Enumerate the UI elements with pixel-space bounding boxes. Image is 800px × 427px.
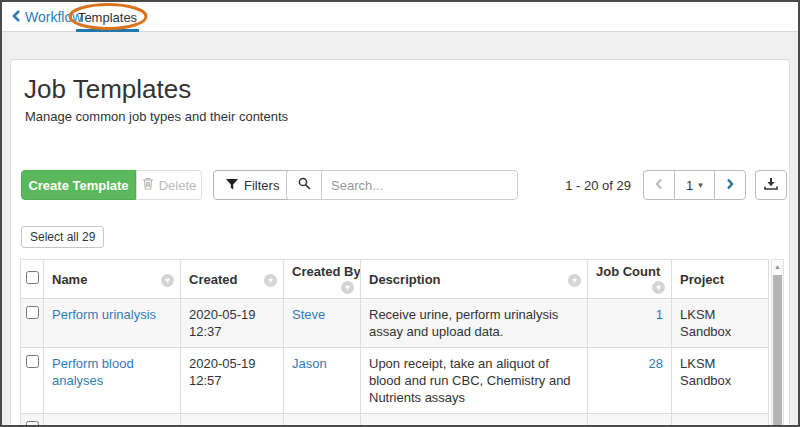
column-header-name[interactable]: Name▾	[44, 260, 181, 299]
column-label: Project	[680, 272, 724, 287]
back-link-workflow[interactable]: Workflow	[12, 8, 82, 25]
cell-description: Protocol to isolate plasma from blood sa…	[361, 414, 588, 427]
cell-created: 2020-05-19 13:32	[181, 414, 284, 427]
row-checkbox[interactable]	[26, 355, 39, 368]
grid-header-row: Name▾Created▾Created By▾Description▾Job …	[21, 260, 769, 299]
search-input[interactable]	[321, 170, 518, 200]
column-label: Description	[369, 272, 441, 287]
pagination-range: 1 - 20 of 29	[531, 178, 631, 193]
page-select-dropdown[interactable]: 1 ▾	[674, 170, 715, 200]
app-window: Workflow Templates Job Templates Manage …	[0, 0, 800, 427]
column-header-description[interactable]: Description▾	[361, 260, 588, 299]
table-row: Perform blood analyses2020-05-19 12:57Ja…	[21, 348, 769, 414]
scroll-up-arrow[interactable]: ▲	[772, 261, 783, 273]
sort-menu-icon[interactable]: ▾	[341, 281, 354, 294]
created-by-link[interactable]: Steve	[292, 422, 325, 427]
search-group	[286, 170, 518, 200]
row-checkbox-cell	[21, 414, 44, 427]
trash-icon	[142, 177, 154, 193]
template-name-link[interactable]: Perform blood analyses	[52, 356, 134, 388]
template-name-link[interactable]: Isolate plasma from blood	[52, 422, 165, 427]
cell-name: Perform blood analyses	[44, 348, 181, 414]
cell-job-count: 28	[588, 348, 672, 414]
sort-menu-icon[interactable]: ▾	[568, 274, 581, 287]
chevron-left-icon	[655, 178, 663, 193]
column-label: Job Count	[596, 264, 660, 279]
cell-created-by: Jason	[284, 348, 361, 414]
pagination-controls: 1 ▾	[643, 170, 746, 200]
next-page-button[interactable]	[714, 170, 746, 200]
tab-templates-label: Templates	[78, 10, 137, 25]
download-icon	[764, 177, 778, 194]
search-button[interactable]	[286, 170, 321, 200]
column-label: Name	[52, 272, 87, 287]
back-link-label: Workflow	[25, 9, 82, 25]
sort-menu-icon[interactable]: ▾	[652, 281, 665, 294]
tab-templates[interactable]: Templates	[76, 2, 139, 32]
cell-description: Upon receipt, take an aliquot of blood a…	[361, 348, 588, 414]
job-count-link[interactable]: 28	[649, 356, 663, 371]
filters-button[interactable]: Filters	[213, 170, 292, 200]
cell-job-count: 15	[588, 414, 672, 427]
filter-funnel-icon	[226, 178, 238, 193]
page-subtitle: Manage common job types and their conten…	[25, 109, 288, 124]
sort-menu-icon[interactable]: ▾	[161, 274, 174, 287]
templates-grid: Name▾Created▾Created By▾Description▾Job …	[20, 259, 769, 427]
job-templates-panel: Job Templates Manage common job types an…	[10, 59, 790, 427]
cell-created: 2020-05-19 12:57	[181, 348, 284, 414]
created-by-link[interactable]: Jason	[292, 356, 327, 371]
create-template-button[interactable]: Create Template	[21, 170, 136, 200]
created-by-link[interactable]: Steve	[292, 307, 325, 322]
cell-created-by: Steve	[284, 299, 361, 348]
chevron-right-icon	[726, 178, 734, 193]
row-checkbox-cell	[21, 299, 44, 348]
caret-down-icon: ▾	[698, 181, 703, 190]
column-header-project[interactable]: Project	[672, 260, 769, 299]
delete-button[interactable]: Delete	[136, 170, 202, 200]
select-all-checkbox-header[interactable]	[21, 260, 44, 299]
select-all-label: Select all 29	[30, 230, 95, 244]
cell-name: Isolate plasma from blood	[44, 414, 181, 427]
tab-bar: Workflow Templates	[2, 2, 798, 32]
search-icon	[298, 176, 311, 194]
scrollbar-thumb[interactable]	[773, 275, 782, 427]
column-label: Created By	[292, 264, 361, 279]
cell-description: Receive urine, perform urinalysis assay …	[361, 299, 588, 348]
create-template-label: Create Template	[28, 178, 128, 193]
row-checkbox[interactable]	[26, 421, 39, 427]
page-number: 1	[686, 178, 693, 193]
column-header-job_count[interactable]: Job Count▾	[588, 260, 672, 299]
cell-project: LKSM Sandbox	[672, 348, 769, 414]
cell-project: LKSM Sandbox	[672, 299, 769, 348]
column-header-created_by[interactable]: Created By▾	[284, 260, 361, 299]
prev-page-button[interactable]	[643, 170, 675, 200]
job-count-link[interactable]: 15	[649, 422, 663, 427]
select-all-button[interactable]: Select all 29	[21, 226, 104, 248]
delete-label: Delete	[159, 178, 197, 193]
cell-created-by: Steve	[284, 414, 361, 427]
cell-name: Perform urinalysis	[44, 299, 181, 348]
sort-menu-icon[interactable]: ▾	[264, 274, 277, 287]
chevron-left-icon	[12, 9, 21, 25]
page-title: Job Templates	[24, 74, 191, 105]
table-row: Perform urinalysis2020-05-19 12:37SteveR…	[21, 299, 769, 348]
header-checkbox[interactable]	[26, 271, 39, 284]
cell-created: 2020-05-19 12:37	[181, 299, 284, 348]
export-button[interactable]	[755, 170, 787, 200]
column-label: Created	[189, 272, 237, 287]
cell-project: LKSM Sandbox	[672, 414, 769, 427]
cell-job-count: 1	[588, 299, 672, 348]
column-header-created[interactable]: Created▾	[181, 260, 284, 299]
row-checkbox-cell	[21, 348, 44, 414]
grid-scrollbar[interactable]: ▲	[771, 259, 784, 427]
template-name-link[interactable]: Perform urinalysis	[52, 307, 156, 322]
filters-label: Filters	[244, 178, 279, 193]
table-row: Isolate plasma from blood2020-05-19 13:3…	[21, 414, 769, 427]
job-count-link[interactable]: 1	[656, 307, 663, 322]
row-checkbox[interactable]	[26, 306, 39, 319]
